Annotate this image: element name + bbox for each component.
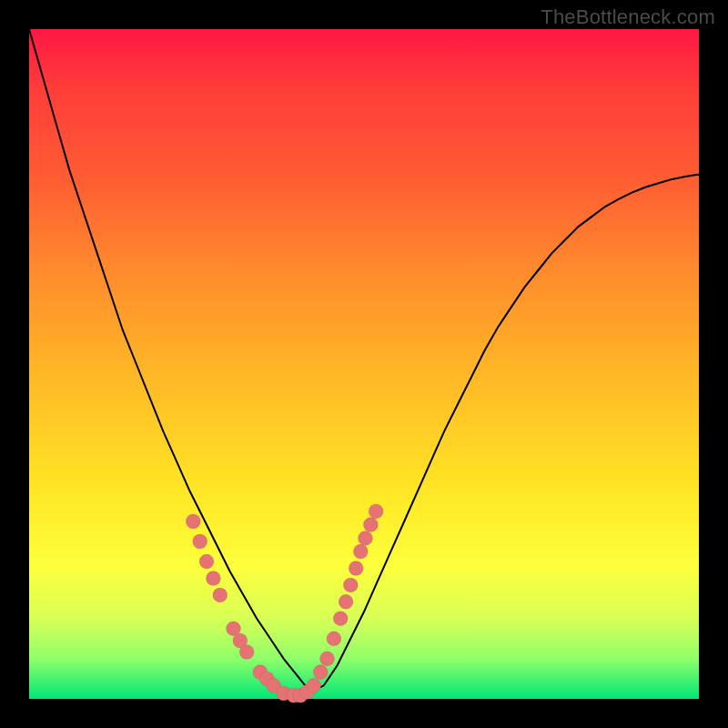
data-point [313,665,328,680]
data-point [193,534,207,549]
data-point [343,578,358,592]
data-point [239,645,254,660]
data-point [206,571,220,586]
data-point [186,514,200,529]
data-point [199,554,214,569]
bottleneck-curve [29,29,699,693]
data-point [339,594,353,609]
data-point [333,612,348,626]
data-point [353,544,368,559]
outer-frame: TheBottleneck.com [0,0,728,728]
data-point [363,518,378,532]
data-point [307,678,321,693]
data-point [369,504,383,519]
marker-group [186,504,383,703]
data-point [359,531,373,545]
data-point [320,652,335,666]
data-point [213,588,228,602]
data-point [327,632,341,646]
plot-area [29,29,699,699]
data-point [349,561,363,576]
chart-svg [29,29,699,699]
watermark-label: TheBottleneck.com [541,5,715,29]
